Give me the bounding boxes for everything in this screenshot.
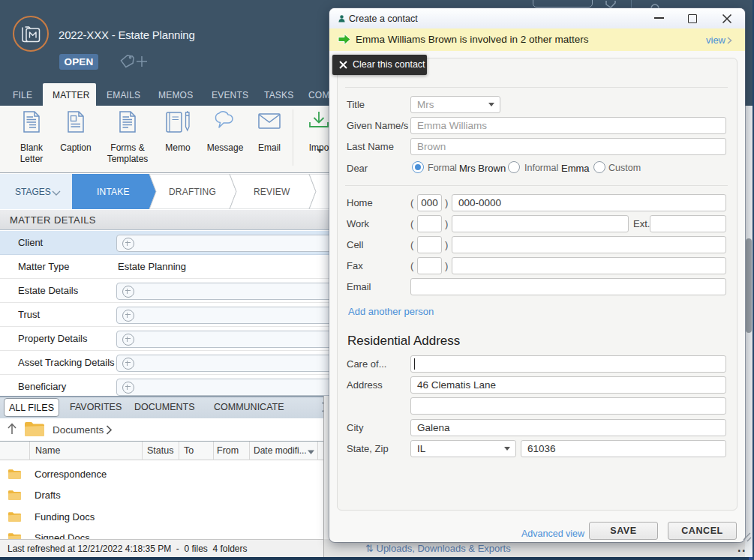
svg-text:INTAKE: INTAKE (97, 187, 130, 197)
svg-text:REVIEW: REVIEW (254, 187, 290, 197)
svg-text:DRAFTING: DRAFTING (169, 187, 216, 197)
